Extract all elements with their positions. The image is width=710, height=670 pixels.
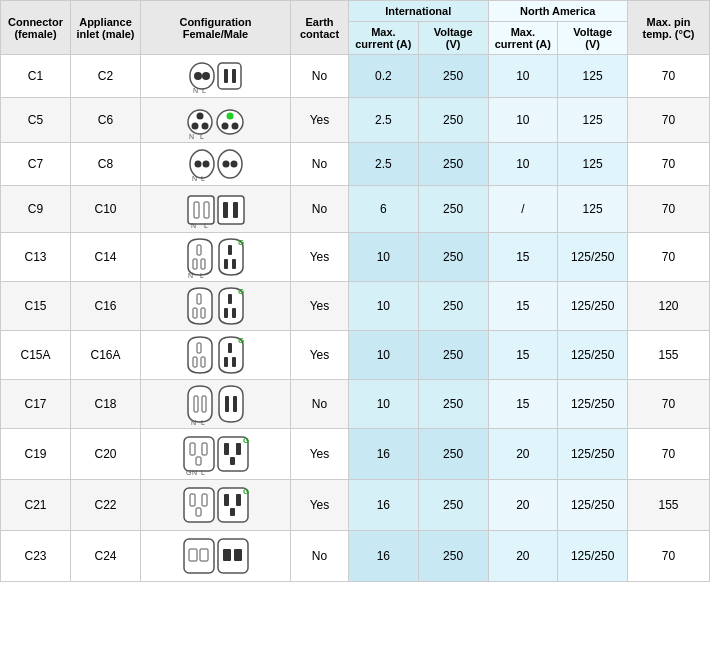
int-voltage: 250	[418, 429, 488, 480]
config-icon: N L	[141, 98, 291, 143]
svg-point-23	[218, 150, 242, 178]
svg-rect-81	[236, 494, 241, 506]
table-row: C23 C24 No 16 250 20 125/250 70	[1, 531, 710, 582]
svg-text:L: L	[201, 419, 205, 426]
int-max-current: 10	[349, 331, 419, 380]
max-pin-temp: 70	[628, 143, 710, 186]
svg-rect-65	[202, 443, 207, 455]
max-pin-temp: 70	[628, 98, 710, 143]
svg-rect-48	[232, 308, 236, 318]
svg-text:L: L	[204, 222, 208, 229]
svg-rect-62	[233, 396, 237, 412]
appliance-label: C6	[71, 98, 141, 143]
appliance-label: C24	[71, 531, 141, 582]
svg-rect-6	[224, 69, 228, 83]
na-max-current: 20	[488, 429, 558, 480]
na-voltage: 125/250	[558, 531, 628, 582]
na-max-current: 15	[488, 380, 558, 429]
earth-contact: No	[291, 380, 349, 429]
svg-point-24	[223, 161, 230, 168]
svg-rect-63	[184, 437, 214, 471]
svg-rect-53	[228, 343, 232, 353]
config-icon: G N L G	[141, 429, 291, 480]
earth-contact: No	[291, 143, 349, 186]
max-pin-temp: 120	[628, 282, 710, 331]
svg-rect-86	[200, 549, 208, 561]
svg-rect-41	[232, 259, 236, 269]
table-row: C7 C8 N L No 2.5 250 10 125 70	[1, 143, 710, 186]
connector-label: C9	[1, 186, 71, 233]
header-appliance: Applianceinlet (male)	[71, 1, 141, 55]
svg-rect-45	[201, 308, 205, 318]
svg-text:G: G	[186, 469, 191, 476]
na-voltage: 125/250	[558, 429, 628, 480]
svg-rect-55	[232, 357, 236, 367]
earth-contact: No	[291, 55, 349, 98]
na-max-current: 10	[488, 98, 558, 143]
table-row: C17 C18 NL No 10 250 15 125/250 70	[1, 380, 710, 429]
config-icon: G	[141, 331, 291, 380]
svg-rect-5	[218, 63, 241, 89]
svg-text:N: N	[189, 133, 194, 140]
int-max-current: 10	[349, 380, 419, 429]
na-voltage: 125/250	[558, 331, 628, 380]
table-row: C9 C10 N L No 6 250 / 125 70	[1, 186, 710, 233]
svg-point-18	[190, 150, 214, 178]
svg-rect-47	[224, 308, 228, 318]
svg-rect-66	[196, 457, 201, 465]
svg-point-9	[196, 113, 203, 120]
earth-contact: Yes	[291, 282, 349, 331]
earth-contact: Yes	[291, 480, 349, 531]
int-voltage: 250	[418, 282, 488, 331]
int-voltage: 250	[418, 531, 488, 582]
table-row: C15A C16A G Yes 10 250 15 125/250 155	[1, 331, 710, 380]
int-max-current: 6	[349, 186, 419, 233]
earth-contact: Yes	[291, 98, 349, 143]
connector-label: C17	[1, 380, 71, 429]
earth-contact: No	[291, 186, 349, 233]
svg-rect-50	[197, 343, 201, 353]
svg-rect-71	[224, 443, 229, 455]
svg-rect-44	[193, 308, 197, 318]
na-voltage: 125	[558, 186, 628, 233]
svg-point-17	[231, 123, 238, 130]
svg-rect-80	[224, 494, 229, 506]
svg-rect-35	[193, 259, 197, 269]
appliance-label: C16	[71, 282, 141, 331]
max-pin-temp: 70	[628, 429, 710, 480]
svg-rect-33	[233, 202, 238, 218]
svg-point-2	[202, 72, 210, 80]
na-voltage: 125	[558, 98, 628, 143]
int-voltage: 250	[418, 380, 488, 429]
int-max-current: 16	[349, 531, 419, 582]
connector-label: C23	[1, 531, 71, 582]
max-pin-temp: 70	[628, 55, 710, 98]
connector-label: C19	[1, 429, 71, 480]
table-row: C1 C2 N L No 0.2 250 10 125 70	[1, 55, 710, 98]
header-north-america: North America	[488, 1, 628, 22]
appliance-label: C22	[71, 480, 141, 531]
max-pin-temp: 70	[628, 233, 710, 282]
header-earth: Earthcontact	[291, 1, 349, 55]
svg-rect-51	[193, 357, 197, 367]
table-row: C19 C20 G N L G Yes 16 250 20 125/250 70	[1, 429, 710, 480]
int-voltage: 250	[418, 143, 488, 186]
svg-text:N: N	[191, 222, 196, 229]
na-voltage: 125	[558, 55, 628, 98]
header-int-max: Max.current (A)	[349, 22, 419, 55]
na-voltage: 125	[558, 143, 628, 186]
svg-rect-73	[230, 457, 235, 465]
svg-rect-85	[189, 549, 197, 561]
svg-point-20	[203, 161, 210, 168]
svg-rect-32	[223, 202, 228, 218]
svg-rect-58	[202, 396, 206, 412]
max-pin-temp: 70	[628, 531, 710, 582]
int-voltage: 250	[418, 331, 488, 380]
table-row: C5 C6 N L Yes 2.5 250 10 125 70	[1, 98, 710, 143]
header-na-volt: Voltage(V)	[558, 22, 628, 55]
na-voltage: 125/250	[558, 480, 628, 531]
earth-contact: Yes	[291, 331, 349, 380]
table-row: C21 C22 G Yes 16 250 20 125/250 155	[1, 480, 710, 531]
svg-text:G: G	[238, 238, 244, 247]
int-voltage: 250	[418, 98, 488, 143]
